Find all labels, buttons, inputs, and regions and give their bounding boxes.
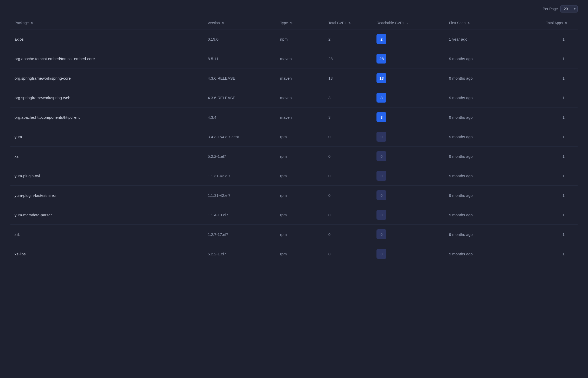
total-cves-cell: 0 xyxy=(324,166,373,186)
reachable-cves-cell: 3 xyxy=(372,88,445,108)
total-cves-cell: 0 xyxy=(324,147,373,166)
type-cell: maven xyxy=(276,68,324,88)
page-wrapper: Per Page 10 20 50 100 Package ⇅ Version … xyxy=(0,0,588,274)
total-cves-cell: 0 xyxy=(324,244,373,264)
table-header: Package ⇅ Version ⇅ Type ⇅ Total CVEs ⇅ … xyxy=(10,18,578,29)
reachable-cves-cell: 0 xyxy=(372,186,445,205)
total-apps-cell: 1 xyxy=(529,68,578,88)
total-cves-sort-icon: ⇅ xyxy=(348,22,351,25)
type-cell: rpm xyxy=(276,244,324,264)
version-cell: 4.3.6.RELEASE xyxy=(203,88,276,108)
table-row: org.apache.tomcat.embed/tomcat-embed-cor… xyxy=(10,49,578,68)
total-cves-cell: 0 xyxy=(324,127,373,147)
type-cell: maven xyxy=(276,88,324,108)
reachable-cves-cell: 0 xyxy=(372,127,445,147)
reachable-cves-cell: 0 xyxy=(372,147,445,166)
total-cves-cell: 0 xyxy=(324,205,373,225)
total-cves-cell: 28 xyxy=(324,49,373,68)
th-reachable-cves-label: Reachable CVEs xyxy=(376,21,404,25)
reachable-badge: 3 xyxy=(376,93,386,103)
package-cell: org.springframework/spring-web xyxy=(10,88,203,108)
total-cves-cell: 2 xyxy=(324,29,373,49)
table-row: org.springframework/spring-core 4.3.6.RE… xyxy=(10,68,578,88)
top-bar: Per Page 10 20 50 100 xyxy=(10,5,578,12)
total-apps-cell: 1 xyxy=(529,49,578,68)
package-cell: org.springframework/spring-core xyxy=(10,68,203,88)
first-seen-cell: 9 months ago xyxy=(445,244,529,264)
first-seen-cell: 9 months ago xyxy=(445,186,529,205)
version-sort-icon: ⇅ xyxy=(222,22,224,25)
th-type[interactable]: Type ⇅ xyxy=(276,18,324,29)
reachable-badge: 0 xyxy=(376,171,386,181)
reachable-cves-cell: 28 xyxy=(372,49,445,68)
version-cell: 1.2.7-17.el7 xyxy=(203,225,276,244)
th-total-apps[interactable]: Total Apps ⇅ xyxy=(529,18,578,29)
table-row: yum-plugin-ovl 1.1.31-42.el7 rpm 0 0 9 m… xyxy=(10,166,578,186)
reachable-cves-cell: 2 xyxy=(372,29,445,49)
reachable-badge: 3 xyxy=(376,112,386,122)
total-apps-cell: 1 xyxy=(529,205,578,225)
version-cell: 1.1.31-42.el7 xyxy=(203,186,276,205)
type-cell: rpm xyxy=(276,186,324,205)
total-apps-cell: 1 xyxy=(529,166,578,186)
first-seen-cell: 9 months ago xyxy=(445,205,529,225)
first-seen-cell: 9 months ago xyxy=(445,166,529,186)
per-page-wrapper: 10 20 50 100 xyxy=(560,5,578,12)
reachable-badge: 0 xyxy=(376,190,386,200)
packages-table: Package ⇅ Version ⇅ Type ⇅ Total CVEs ⇅ … xyxy=(10,18,578,263)
th-reachable-cves[interactable]: Reachable CVEs ▾ xyxy=(372,18,445,29)
reachable-cves-cell: 0 xyxy=(372,166,445,186)
reachable-cves-cell: 13 xyxy=(372,68,445,88)
version-cell: 1.1.31-42.el7 xyxy=(203,166,276,186)
reachable-badge: 0 xyxy=(376,229,386,239)
total-cves-cell: 13 xyxy=(324,68,373,88)
package-cell: xz xyxy=(10,147,203,166)
th-package-label: Package xyxy=(15,21,29,25)
th-total-cves-label: Total CVEs xyxy=(328,21,346,25)
version-cell: 3.4.3-154.el7.cent... xyxy=(203,127,276,147)
total-cves-cell: 0 xyxy=(324,225,373,244)
per-page-label: Per Page xyxy=(543,7,558,11)
first-seen-cell: 9 months ago xyxy=(445,225,529,244)
table-row: zlib 1.2.7-17.el7 rpm 0 0 9 months ago 1 xyxy=(10,225,578,244)
first-seen-cell: 9 months ago xyxy=(445,88,529,108)
th-first-seen-label: First Seen xyxy=(449,21,466,25)
first-seen-cell: 9 months ago xyxy=(445,127,529,147)
th-package[interactable]: Package ⇅ xyxy=(10,18,203,29)
type-cell: rpm xyxy=(276,147,324,166)
version-cell: 1.1.4-10.el7 xyxy=(203,205,276,225)
total-cves-cell: 0 xyxy=(324,186,373,205)
reachable-cves-cell: 0 xyxy=(372,205,445,225)
type-cell: maven xyxy=(276,49,324,68)
type-cell: maven xyxy=(276,108,324,127)
type-sort-icon: ⇅ xyxy=(290,22,292,25)
total-cves-cell: 3 xyxy=(324,88,373,108)
reachable-cves-cell: 3 xyxy=(372,108,445,127)
package-cell: xz-libs xyxy=(10,244,203,264)
reachable-badge: 0 xyxy=(376,151,386,161)
package-sort-icon: ⇅ xyxy=(31,22,33,25)
type-cell: rpm xyxy=(276,225,324,244)
table-row: org.apache.httpcomponents/httpclient 4.3… xyxy=(10,108,578,127)
table-row: xz 5.2.2-1.el7 rpm 0 0 9 months ago 1 xyxy=(10,147,578,166)
per-page-select[interactable]: 10 20 50 100 xyxy=(560,5,578,12)
th-version-label: Version xyxy=(208,21,220,25)
th-total-apps-label: Total Apps xyxy=(546,21,563,25)
th-first-seen[interactable]: First Seen ⇅ xyxy=(445,18,529,29)
reachable-badge: 13 xyxy=(376,73,386,83)
reachable-cves-sort-icon: ▾ xyxy=(406,22,408,25)
th-version[interactable]: Version ⇅ xyxy=(203,18,276,29)
package-cell: axios xyxy=(10,29,203,49)
total-apps-cell: 1 xyxy=(529,186,578,205)
table-row: org.springframework/spring-web 4.3.6.REL… xyxy=(10,88,578,108)
package-cell: yum xyxy=(10,127,203,147)
table-row: yum-plugin-fastestmirror 1.1.31-42.el7 r… xyxy=(10,186,578,205)
version-cell: 8.5.11 xyxy=(203,49,276,68)
reachable-badge: 28 xyxy=(376,54,386,64)
reachable-badge: 0 xyxy=(376,249,386,259)
header-row: Package ⇅ Version ⇅ Type ⇅ Total CVEs ⇅ … xyxy=(10,18,578,29)
th-total-cves[interactable]: Total CVEs ⇅ xyxy=(324,18,373,29)
version-cell: 0.19.0 xyxy=(203,29,276,49)
first-seen-cell: 1 year ago xyxy=(445,29,529,49)
version-cell: 5.2.2-1.el7 xyxy=(203,147,276,166)
